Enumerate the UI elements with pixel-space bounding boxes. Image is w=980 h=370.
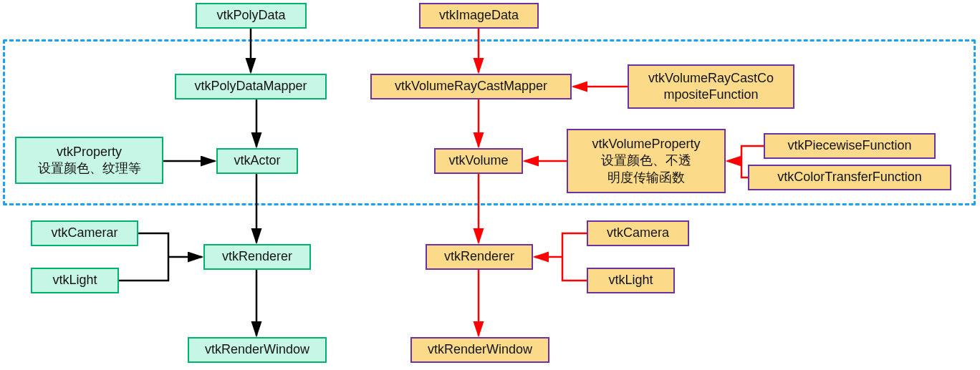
box-vtkVolumeProperty: vtkVolumeProperty 设置颜色、不透 明度传输函数 <box>567 129 726 193</box>
box-vtkRenderer-right: vtkRenderer <box>426 244 533 270</box>
box-vtkVolumeRayCastMapper: vtkVolumeRayCastMapper <box>370 74 572 99</box>
box-vtkVolumeRayCastCompositeFunction: vtkVolumeRayCastCo mpositeFunction <box>628 64 794 109</box>
box-vtkColorTransferFunction: vtkColorTransferFunction <box>748 165 951 190</box>
box-vtkVolume: vtkVolume <box>434 148 523 174</box>
box-vtkPolyData: vtkPolyData <box>196 3 307 29</box>
box-vtkCamerar: vtkCamerar <box>31 220 138 246</box>
box-vtkRenderWindow-left: vtkRenderWindow <box>188 337 327 363</box>
box-vtkActor: vtkActor <box>216 148 298 174</box>
box-vtkRenderWindow-right: vtkRenderWindow <box>410 337 549 363</box>
box-vtkPiecewiseFunction: vtkPiecewiseFunction <box>764 133 936 159</box>
diagram-stage: vtkPolyData vtkPolyDataMapper vtkPropert… <box>0 0 980 370</box>
box-vtkLight-right: vtkLight <box>587 268 675 293</box>
box-vtkProperty: vtkProperty 设置颜色、纹理等 <box>15 137 163 184</box>
box-vtkCamera-right: vtkCamera <box>587 220 689 246</box>
box-vtkLight-left: vtkLight <box>31 268 119 293</box>
box-vtkRenderer-left: vtkRenderer <box>203 244 311 270</box>
box-vtkImageData: vtkImageData <box>419 3 539 29</box>
box-vtkPolyDataMapper: vtkPolyDataMapper <box>175 74 327 99</box>
arrow-camera-light-to-renderer-right-branch <box>562 233 587 281</box>
